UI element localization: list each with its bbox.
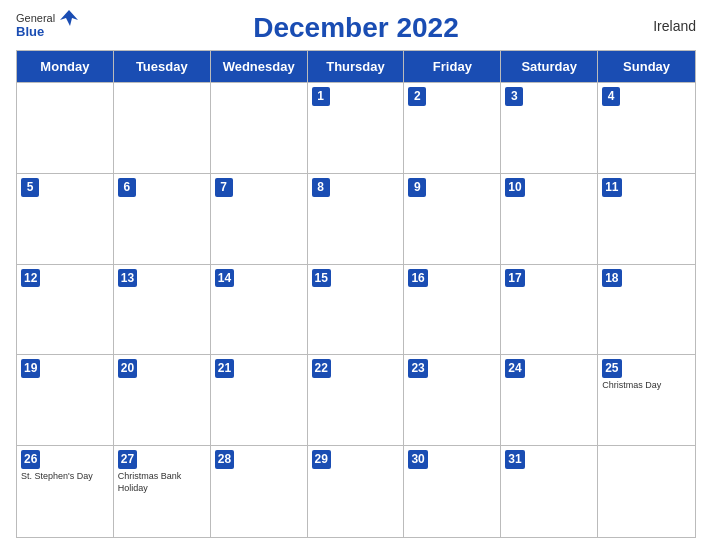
- logo: General Blue: [16, 12, 55, 39]
- table-row: 11: [598, 174, 695, 265]
- calendar-wrapper: General Blue December 2022 Ireland Monda…: [0, 0, 712, 550]
- table-row: 9: [404, 174, 501, 265]
- table-row: 31: [501, 446, 598, 537]
- christmas-bank-holiday-label: Christmas Bank Holiday: [118, 471, 206, 494]
- header-sunday: Sunday: [598, 51, 695, 83]
- table-row: 26 St. Stephen's Day: [17, 446, 114, 537]
- header-saturday: Saturday: [501, 51, 598, 83]
- week-row-3: 12 13 14 15 16 17 18: [17, 265, 695, 356]
- logo-general: General: [16, 12, 55, 24]
- table-row: 7: [211, 174, 308, 265]
- country-label: Ireland: [653, 18, 696, 34]
- table-row: [114, 83, 211, 174]
- table-row: [598, 446, 695, 537]
- calendar-title: December 2022: [253, 12, 458, 44]
- table-row: 20: [114, 355, 211, 446]
- table-row: 25 Christmas Day: [598, 355, 695, 446]
- table-row: 22: [308, 355, 405, 446]
- table-row: 10: [501, 174, 598, 265]
- week-row-4: 19 20 21 22 23 24 25 Christmas Day: [17, 355, 695, 446]
- table-row: 18: [598, 265, 695, 356]
- table-row: 3: [501, 83, 598, 174]
- table-row: 13: [114, 265, 211, 356]
- table-row: 30: [404, 446, 501, 537]
- table-row: 29: [308, 446, 405, 537]
- table-row: 2: [404, 83, 501, 174]
- header-friday: Friday: [404, 51, 501, 83]
- christmas-day-label: Christmas Day: [602, 380, 691, 392]
- header-thursday: Thursday: [308, 51, 405, 83]
- table-row: 1: [308, 83, 405, 174]
- table-row: 17: [501, 265, 598, 356]
- table-row: 12: [17, 265, 114, 356]
- table-row: 28: [211, 446, 308, 537]
- header-monday: Monday: [17, 51, 114, 83]
- table-row: 14: [211, 265, 308, 356]
- table-row: 16: [404, 265, 501, 356]
- table-row: [17, 83, 114, 174]
- table-row: 21: [211, 355, 308, 446]
- table-row: 24: [501, 355, 598, 446]
- table-row: 19: [17, 355, 114, 446]
- table-row: 15: [308, 265, 405, 356]
- week-row-2: 5 6 7 8 9 10 11: [17, 174, 695, 265]
- calendar-grid: Monday Tuesday Wednesday Thursday Friday…: [16, 50, 696, 538]
- week-row-1: 1 2 3 4: [17, 83, 695, 174]
- table-row: 8: [308, 174, 405, 265]
- table-row: 4: [598, 83, 695, 174]
- weekday-header-row: Monday Tuesday Wednesday Thursday Friday…: [17, 51, 695, 83]
- header-wednesday: Wednesday: [211, 51, 308, 83]
- st-stephens-day-label: St. Stephen's Day: [21, 471, 109, 483]
- table-row: 27 Christmas Bank Holiday: [114, 446, 211, 537]
- table-row: 6: [114, 174, 211, 265]
- week-row-5: 26 St. Stephen's Day 27 Christmas Bank H…: [17, 446, 695, 537]
- logo-blue: Blue: [16, 24, 44, 39]
- table-row: 5: [17, 174, 114, 265]
- calendar-header: General Blue December 2022 Ireland: [16, 12, 696, 44]
- table-row: 23: [404, 355, 501, 446]
- table-row: [211, 83, 308, 174]
- logo-bird-icon: [60, 10, 78, 26]
- header-tuesday: Tuesday: [114, 51, 211, 83]
- svg-marker-0: [60, 10, 78, 26]
